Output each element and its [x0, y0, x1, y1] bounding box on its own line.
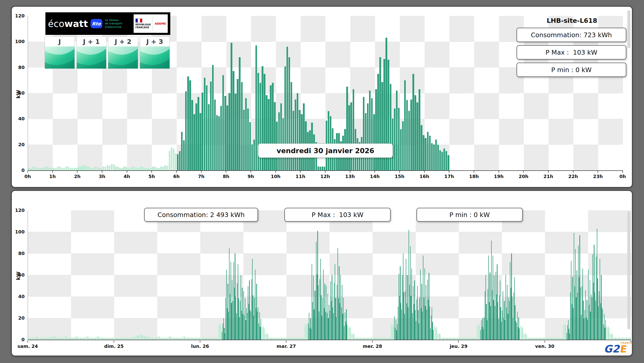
bar: [243, 110, 245, 170]
x-axis-tick-label: 20h: [519, 174, 528, 179]
bar: [146, 168, 147, 170]
bar: [322, 166, 323, 170]
bar: [98, 168, 100, 170]
forecast-tile-j[interactable]: J: [45, 36, 75, 69]
ecowatt-logo: écowatt Rte Le réseau de transport d'éle…: [45, 12, 170, 35]
bar: [253, 140, 255, 170]
bar: [96, 167, 98, 170]
x-axis-tick: [286, 341, 286, 342]
x-axis-tick: [548, 171, 549, 173]
bar: [400, 129, 402, 170]
bar: [117, 167, 118, 170]
bar: [164, 165, 166, 170]
forecast-tile-j3[interactable]: J + 3: [140, 36, 170, 69]
x-axis-tick-label: 8h: [223, 174, 229, 179]
stat-pmin-week: P min : 0 kW: [417, 208, 523, 222]
bar: [154, 167, 156, 170]
weekly-chart-plot[interactable]: [28, 210, 631, 340]
bar: [150, 168, 152, 170]
bar: [348, 105, 350, 170]
x-axis-tick: [499, 171, 499, 173]
bar: [202, 93, 203, 170]
bar: [173, 149, 174, 170]
bar: [119, 168, 121, 170]
bar: [433, 330, 433, 340]
bar: [437, 145, 439, 170]
rte-logo: Rte: [91, 19, 102, 28]
bar: [78, 166, 79, 170]
y-axis-tick-label: 80: [18, 64, 25, 71]
x-axis-tick-label: 13h: [345, 174, 355, 179]
bar: [443, 149, 445, 170]
date-label: vendredi 30 janvier 2026: [258, 143, 393, 158]
bar: [140, 166, 141, 170]
x-axis-tick-label: 14h: [370, 174, 380, 179]
x-axis-tick-label: 10h: [271, 174, 281, 179]
x-axis-tick-label: 15h: [395, 174, 404, 179]
bar: [367, 103, 369, 170]
bar: [630, 338, 631, 340]
g2e-logo-e: E: [620, 345, 628, 354]
bar: [187, 76, 189, 170]
bar: [125, 167, 127, 170]
x-axis-tick-label: 0h: [619, 174, 626, 179]
bar: [249, 122, 251, 170]
gridline: [28, 93, 623, 93]
bar: [158, 168, 160, 170]
forecast-tile-label: J + 3: [140, 37, 170, 46]
bar: [220, 106, 222, 170]
bar: [43, 168, 44, 170]
x-axis-tick: [27, 171, 28, 173]
bar: [429, 136, 431, 170]
x-axis-tick-label: 4h: [124, 174, 130, 179]
bar: [88, 167, 90, 170]
x-axis-tick-label: 21h: [543, 174, 553, 179]
bar: [109, 166, 110, 170]
forecast-tile-j2[interactable]: J + 2: [108, 36, 138, 69]
bar: [280, 103, 282, 170]
forecast-tile-j1[interactable]: J + 1: [76, 36, 107, 69]
bar: [185, 91, 187, 170]
x-axis-tick-label: 17h: [444, 174, 454, 179]
bar: [36, 168, 38, 170]
ecowatt-signal-icon: [77, 46, 106, 68]
y-axis-tick-label: 40: [18, 293, 25, 300]
x-axis-tick-label: 18h: [469, 174, 479, 179]
bar: [423, 135, 424, 170]
bar: [373, 114, 375, 170]
x-axis-tick-label: lun. 26: [191, 344, 209, 349]
bar: [130, 168, 131, 170]
x-axis-tick: [27, 341, 28, 342]
x-axis-tick-label: 1h: [49, 174, 56, 179]
bar: [57, 166, 59, 170]
scrollbar[interactable]: [627, 10, 630, 48]
bar: [295, 100, 296, 170]
bar: [398, 108, 400, 170]
x-axis-tick: [523, 171, 524, 173]
x-axis: 0h1h2h3h4h5h6h7h8h9h10h11h12h13h14h15h16…: [28, 171, 623, 182]
x-axis: sam. 24dim. 25lun. 26mar. 27mer. 28jeu. …: [28, 341, 631, 351]
bar: [59, 167, 61, 170]
bar: [414, 95, 416, 170]
bar: [229, 93, 230, 170]
bar: [239, 57, 240, 170]
scrollbar[interactable]: [627, 211, 630, 329]
bar: [441, 152, 443, 170]
bar: [65, 166, 67, 170]
bar: [431, 143, 433, 170]
bar: [144, 168, 145, 170]
y-axis-tick-label: 0: [21, 167, 25, 173]
x-axis-tick: [226, 171, 226, 173]
y-axis: 020406080100120: [12, 16, 26, 170]
bar: [251, 144, 253, 170]
bar: [94, 166, 96, 170]
republique-francaise-block: RÉPUBLIQUE FRANÇAISE: [135, 18, 151, 29]
y-axis-tick-label: 120: [15, 207, 25, 213]
ecowatt-energy-dashboard: écowatt Rte Le réseau de transport d'éle…: [0, 0, 644, 363]
forecast-tiles: J J + 1 J + 2 J + 3: [45, 36, 170, 69]
bar: [278, 112, 280, 170]
bar: [274, 102, 275, 170]
bar: [241, 82, 243, 170]
y-axis-tick-label: 100: [15, 38, 25, 45]
bar: [132, 166, 133, 170]
